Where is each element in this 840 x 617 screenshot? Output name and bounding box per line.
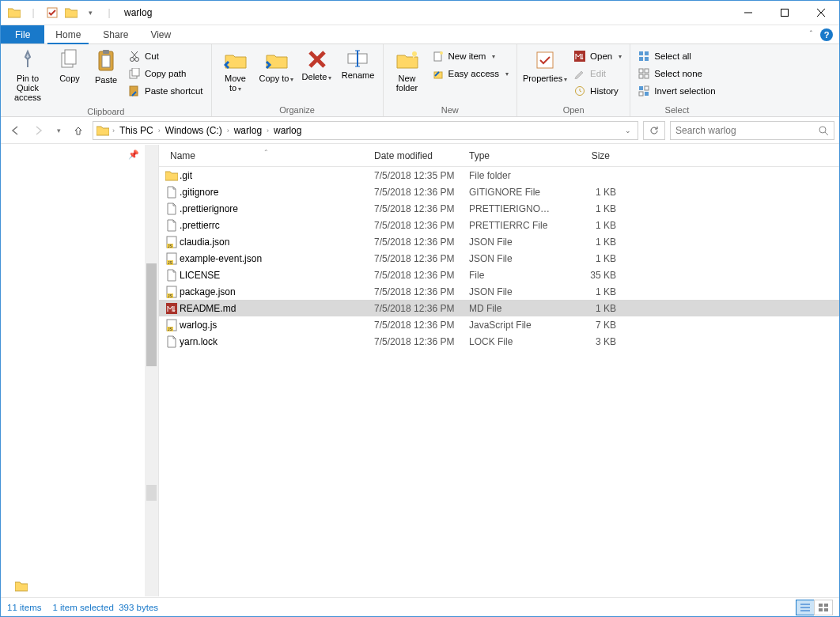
easy-access-button[interactable]: Easy access▾ [429,65,513,82]
qat-customize-icon[interactable]: ▾ [81,4,99,21]
svg-line-43 [825,132,828,135]
svg-point-23 [412,51,417,56]
chevron-right-icon[interactable]: › [267,127,269,134]
refresh-icon [649,125,660,136]
invert-selection-button[interactable]: Invert selection [635,82,718,100]
file-row[interactable]: README.md7/5/2018 12:36 PMMD File1 KB [159,300,839,316]
new-item-button[interactable]: New item▾ [429,47,513,65]
file-row[interactable]: JSexample-event.json7/5/2018 12:36 PMJSO… [159,250,839,267]
folder-icon[interactable] [15,581,28,592]
chevron-right-icon[interactable]: › [158,127,161,134]
address-dropdown-icon[interactable]: ⌄ [625,127,631,134]
history-button[interactable]: History [571,82,625,100]
file-size: 35 KB [556,270,616,281]
new-item-icon [433,51,444,62]
paste-shortcut-button[interactable]: Paste shortcut [126,82,206,100]
svg-rect-35 [645,69,649,73]
recent-locations-button[interactable]: ▾ [53,121,64,140]
paste-button[interactable]: Paste [89,47,123,86]
breadcrumb-item[interactable]: warlog [233,125,263,136]
minimize-button[interactable] [730,1,766,25]
column-size[interactable]: Size [556,150,616,161]
properties-check-icon[interactable] [44,4,61,21]
file-row[interactable]: yarn.lock7/5/2018 12:36 PMLOCK File3 KB [159,333,839,350]
address-bar[interactable]: › This PC › Windows (C:) › warlog › warl… [93,121,638,140]
copy-button[interactable]: Copy [53,47,86,85]
pin-quick-access-button[interactable]: Pin to Quick access [6,47,50,104]
copy-path-icon [129,68,140,79]
file-row[interactable]: JSwarlog.js7/5/2018 12:36 PMJavaScript F… [159,316,839,333]
svg-rect-15 [132,68,139,76]
file-type: LOCK File [463,336,556,347]
navigation-pane[interactable]: 📌 ▲ [1,145,159,596]
file-size: 1 KB [556,303,616,314]
file-date: 7/5/2018 12:36 PM [368,187,463,198]
search-icon[interactable] [818,125,829,136]
file-row[interactable]: JSpackage.json7/5/2018 12:36 PMJSON File… [159,283,839,300]
navigation-row: ▾ › This PC › Windows (C:) › warlog › wa… [1,117,839,144]
back-button[interactable] [6,121,25,140]
tab-file[interactable]: File [1,25,44,44]
rename-button[interactable]: Rename [339,47,378,81]
svg-line-12 [132,51,138,58]
folder-small-icon[interactable] [62,4,80,21]
chevron-right-icon[interactable]: › [112,127,115,134]
file-name: package.json [180,286,368,297]
cut-button[interactable]: Cut [126,47,206,65]
refresh-button[interactable] [643,121,665,140]
copy-path-button[interactable]: Copy path [126,65,206,82]
column-name[interactable]: Name⌃ [164,150,368,161]
file-row[interactable]: .gitignore7/5/2018 12:36 PMGITIGNORE Fil… [159,184,839,200]
svg-rect-32 [639,57,643,61]
column-type[interactable]: Type [463,150,556,161]
file-size: 1 KB [556,237,616,248]
select-all-button[interactable]: Select all [635,47,718,65]
breadcrumb-item[interactable]: This PC [118,125,155,136]
file-row[interactable]: .prettierignore7/5/2018 12:36 PMPRETTIER… [159,200,839,217]
large-icons-view-button[interactable] [814,600,833,615]
svg-rect-8 [102,55,110,67]
tab-home[interactable]: Home [44,25,92,44]
file-row[interactable]: LICENSE7/5/2018 12:36 PMFile35 KB [159,267,839,283]
file-size: 1 KB [556,203,616,214]
folder-icon [6,4,23,21]
column-date[interactable]: Date modified [368,150,463,161]
delete-button[interactable]: Delete▾ [299,47,335,84]
select-none-button[interactable]: Select none [635,65,718,82]
details-view-button[interactable] [796,600,815,615]
navpane-scrollbar[interactable] [145,145,158,596]
history-icon [574,85,585,97]
open-button[interactable]: Open▾ [571,47,625,65]
copy-to-button[interactable]: Copy to▾ [258,47,296,85]
search-input[interactable]: Search warlog [670,121,834,140]
ribbon-minimize-icon[interactable]: ˆ [810,30,812,39]
scrollbar-thumb-small[interactable] [146,485,157,501]
file-row[interactable]: .prettierrc7/5/2018 12:36 PMPRETTIERRC F… [159,217,839,233]
properties-button[interactable]: Properties▾ [522,47,568,85]
breadcrumb-item[interactable]: Windows (C:) [164,125,224,136]
tab-share[interactable]: Share [92,25,139,44]
maximize-button[interactable] [766,1,803,25]
svg-text:JS: JS [168,293,173,298]
pin-icon[interactable]: 📌 [128,150,139,160]
close-button[interactable] [803,1,839,25]
svg-rect-36 [639,74,643,78]
chevron-right-icon[interactable]: › [227,127,229,134]
file-size: 7 KB [556,320,616,331]
file-name: README.md [180,303,368,314]
file-row[interactable]: JSclaudia.json7/5/2018 12:36 PMJSON File… [159,233,839,250]
file-row[interactable]: .git7/5/2018 12:35 PMFile folder [159,167,839,184]
move-to-button[interactable]: Move to▾ [217,47,255,95]
md-icon [164,303,180,314]
new-folder-button[interactable]: New folder [388,47,426,94]
file-size: 1 KB [556,286,616,297]
file-type: PRETTIERRC File [463,220,556,231]
help-icon[interactable]: ? [820,28,833,41]
invert-selection-icon [638,85,649,97]
group-select: Select all Select none Invert selection … [630,44,723,116]
svg-line-13 [131,51,137,58]
breadcrumb-item[interactable]: warlog [272,125,303,136]
up-button[interactable] [69,121,88,140]
tab-view[interactable]: View [139,25,182,44]
scrollbar-thumb[interactable] [146,263,157,366]
